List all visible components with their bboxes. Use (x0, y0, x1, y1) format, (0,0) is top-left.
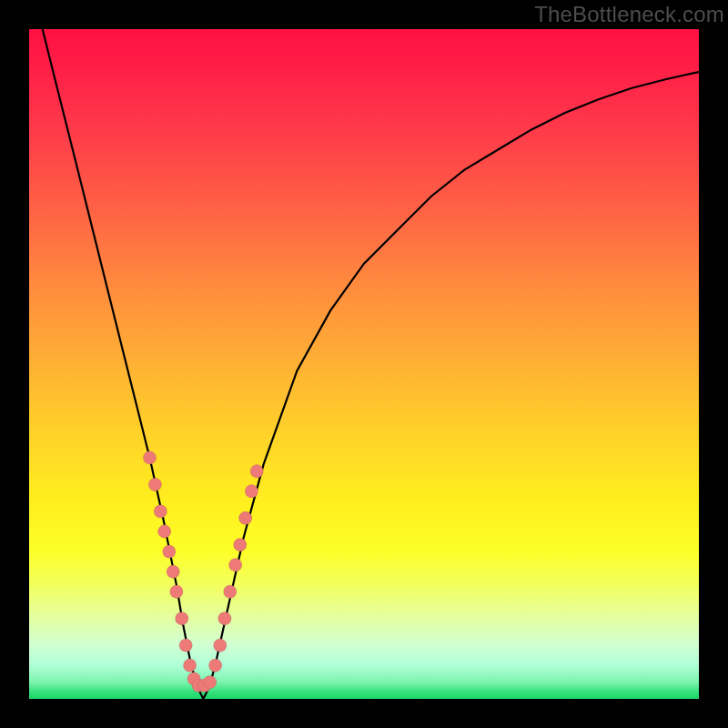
data-point (218, 612, 231, 625)
data-point (148, 478, 161, 490)
plot-area (29, 29, 699, 699)
data-point (239, 511, 252, 524)
data-point (229, 559, 242, 571)
watermark-text: TheBottleneck.com (534, 2, 724, 27)
data-point (208, 659, 221, 672)
data-point (214, 639, 227, 652)
data-point (245, 485, 258, 498)
bottleneck-curve (43, 29, 699, 699)
dots-group (143, 451, 263, 693)
curve-group (43, 29, 699, 699)
data-point (204, 675, 217, 688)
data-point (176, 612, 188, 625)
data-point (170, 585, 183, 598)
data-point (250, 465, 263, 478)
data-point (179, 639, 192, 652)
data-point (158, 525, 171, 538)
data-point (163, 545, 176, 558)
data-point (234, 539, 247, 551)
data-point (224, 585, 237, 598)
data-point (167, 565, 179, 578)
chart-frame: TheBottleneck.com (0, 0, 728, 728)
data-point (183, 659, 196, 672)
chart-svg (29, 29, 699, 699)
data-point (154, 505, 167, 518)
data-point (143, 451, 156, 464)
